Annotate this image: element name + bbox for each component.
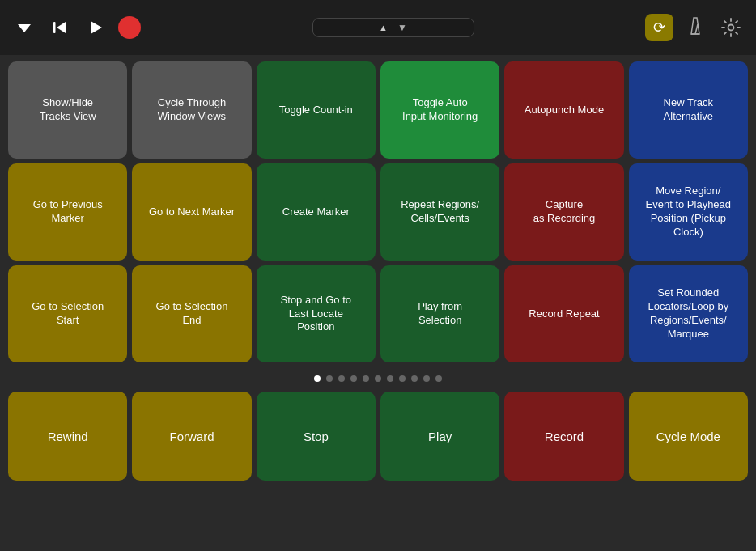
pagination-dot-7[interactable] — [399, 375, 406, 382]
transport-cell-play[interactable]: Play — [380, 392, 499, 481]
grid-cell-r0-c5[interactable]: New Track Alternative — [629, 61, 748, 159]
pagination-dot-9[interactable] — [423, 375, 430, 382]
pagination-dot-2[interactable] — [338, 375, 345, 382]
pagination-dot-4[interactable] — [363, 375, 369, 382]
grid-cell-r0-c4[interactable]: Autopunch Mode — [504, 61, 623, 159]
svg-line-6 — [695, 24, 698, 34]
pagination-dot-5[interactable] — [375, 375, 381, 382]
dropdown-arrow-button[interactable] — [11, 15, 37, 40]
loop-icon: ⟳ — [653, 19, 665, 36]
command-grid: Show/Hide Tracks ViewCycle Through Windo… — [8, 61, 748, 362]
pagination-dot-1[interactable] — [326, 375, 333, 382]
grid-cell-r0-c1[interactable]: Cycle Through Window Views — [132, 61, 251, 159]
grid-cell-r2-c1[interactable]: Go to Selection End — [132, 265, 251, 362]
grid-cell-r2-c4[interactable]: Record Repeat — [504, 265, 623, 362]
header-left — [11, 15, 141, 40]
svg-marker-0 — [18, 24, 31, 32]
transport-cell-stop[interactable]: Stop — [257, 392, 376, 481]
track-selector-row[interactable]: ▲ ▼ — [379, 22, 407, 33]
svg-point-7 — [728, 25, 734, 31]
grid-cell-r1-c4[interactable]: Capture as Recording — [504, 163, 623, 261]
grid-cell-r1-c1[interactable]: Go to Next Marker — [132, 163, 251, 261]
pagination-dot-3[interactable] — [350, 375, 357, 382]
grid-cell-r1-c5[interactable]: Move Region/ Event to Playhead Position … — [629, 163, 748, 261]
pagination — [0, 369, 756, 387]
grid-cell-r0-c3[interactable]: Toggle Auto Input Monitoring — [380, 61, 499, 159]
settings-button[interactable] — [717, 14, 745, 41]
header-center: ▲ ▼ — [312, 18, 474, 37]
grid-cell-r1-c0[interactable]: Go to Previous Marker — [8, 163, 127, 261]
grid-cell-r2-c2[interactable]: Stop and Go to Last Locate Position — [257, 265, 376, 362]
pagination-dot-10[interactable] — [435, 375, 442, 382]
metronome-button[interactable] — [685, 15, 706, 40]
chevron-up-icon: ▲ — [379, 23, 388, 32]
chevron-down-icon: ▼ — [397, 22, 407, 33]
grid-cell-r2-c0[interactable]: Go to Selection Start — [8, 265, 127, 362]
header: ▲ ▼ ⟳ — [0, 0, 756, 55]
grid-cell-r2-c3[interactable]: Play from Selection — [380, 265, 499, 362]
grid-cell-r1-c3[interactable]: Repeat Regions/ Cells/Events — [380, 163, 499, 261]
pagination-dot-0[interactable] — [314, 375, 321, 382]
pagination-dot-6[interactable] — [387, 375, 393, 382]
record-button[interactable] — [118, 16, 141, 39]
grid-area: Show/Hide Tracks ViewCycle Through Windo… — [0, 55, 756, 369]
transport-cell-forward[interactable]: Forward — [132, 392, 251, 481]
transport-cell-record[interactable]: Record — [504, 392, 623, 481]
transport-cell-cycle-mode[interactable]: Cycle Mode — [629, 392, 748, 481]
header-right: ⟳ — [645, 14, 745, 41]
svg-marker-3 — [91, 21, 102, 34]
skip-back-button[interactable] — [47, 15, 73, 40]
transport-cell-rewind[interactable]: Rewind — [8, 392, 127, 481]
play-button[interactable] — [83, 15, 108, 40]
grid-cell-r1-c2[interactable]: Create Marker — [257, 163, 376, 261]
svg-rect-1 — [53, 22, 56, 33]
loop-button[interactable]: ⟳ — [645, 14, 673, 41]
pagination-dot-8[interactable] — [411, 375, 418, 382]
grid-cell-r0-c2[interactable]: Toggle Count-in — [257, 61, 376, 159]
grid-cell-r2-c5[interactable]: Set Rounded Locators/Loop by Regions/Eve… — [629, 265, 748, 362]
bottom-transport: RewindForwardStopPlayRecordCycle Mode — [0, 387, 756, 487]
svg-marker-2 — [57, 22, 66, 33]
grid-cell-r0-c0[interactable]: Show/Hide Tracks View — [8, 61, 127, 159]
